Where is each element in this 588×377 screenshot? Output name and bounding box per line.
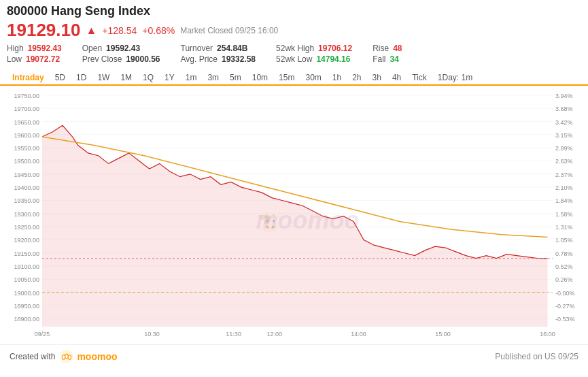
svg-text:-0.27%: -0.27% bbox=[555, 303, 575, 310]
tab-1h[interactable]: 1h bbox=[327, 71, 347, 84]
week52-low-label: 52wk Low bbox=[276, 54, 312, 64]
stats-col-2: Open 19592.43 Prev Close 19000.56 bbox=[82, 44, 160, 64]
svg-text:18900.00: 18900.00 bbox=[14, 316, 39, 323]
market-status: Market Closed 09/25 16:00 bbox=[180, 26, 278, 35]
change-pct: +0.68% bbox=[142, 25, 175, 36]
svg-text:19650.00: 19650.00 bbox=[14, 119, 39, 126]
svg-text:11:30: 11:30 bbox=[226, 331, 241, 338]
tab-intraday[interactable]: Intraday bbox=[7, 71, 50, 84]
svg-text:18950.00: 18950.00 bbox=[14, 303, 39, 310]
svg-text:16:00: 16:00 bbox=[540, 331, 555, 338]
tab-5m[interactable]: 5m bbox=[224, 71, 247, 84]
svg-text:12:00: 12:00 bbox=[266, 331, 282, 338]
prev-close-stat: Prev Close 19000.56 bbox=[82, 54, 160, 64]
svg-text:1.05%: 1.05% bbox=[555, 237, 573, 244]
svg-text:3.42%: 3.42% bbox=[555, 119, 573, 126]
svg-text:10:30: 10:30 bbox=[144, 331, 160, 338]
moomoo-brand-name: moomoo bbox=[77, 351, 117, 362]
fall-value: 34 bbox=[390, 54, 398, 64]
svg-text:19550.00: 19550.00 bbox=[14, 145, 39, 152]
svg-text:19600.00: 19600.00 bbox=[14, 132, 39, 139]
moomoo-logo: moomoo bbox=[59, 349, 117, 364]
svg-text:19750.00: 19750.00 bbox=[14, 93, 39, 99]
svg-text:19150.00: 19150.00 bbox=[14, 250, 39, 257]
avg-price-label: Avg. Price bbox=[181, 54, 218, 64]
open-label: Open bbox=[82, 44, 102, 53]
footer: Created with moomoo Published on US 09/2… bbox=[0, 344, 588, 368]
svg-point-69 bbox=[63, 355, 65, 359]
week52-low-stat: 52wk Low 14794.16 bbox=[276, 54, 352, 64]
current-price: 19129.10 bbox=[7, 20, 80, 41]
header: 800000 Hang Seng Index 19129.10 ▲ +128.5… bbox=[0, 0, 588, 65]
svg-text:19400.00: 19400.00 bbox=[14, 184, 39, 191]
turnover-label: Turnover bbox=[181, 44, 213, 53]
tab-5d[interactable]: 5D bbox=[50, 71, 71, 84]
svg-text:-0.00%: -0.00% bbox=[555, 290, 575, 297]
stats-col-4: 52wk High 19706.12 52wk Low 14794.16 bbox=[276, 44, 352, 64]
chart-area[interactable]: 19750.003.94%19700.003.68%19650.003.42%1… bbox=[0, 86, 588, 344]
page-title: 800000 Hang Seng Index bbox=[7, 4, 581, 18]
created-with-label: Created with bbox=[10, 352, 55, 361]
tab-1m[interactable]: 1m bbox=[180, 71, 203, 84]
stats-col-1: High 19592.43 Low 19072.72 bbox=[7, 44, 62, 64]
rise-stat: Rise 48 bbox=[373, 44, 402, 53]
svg-text:2.37%: 2.37% bbox=[555, 171, 573, 178]
svg-text:19250.00: 19250.00 bbox=[14, 224, 39, 231]
fall-label: Fall bbox=[373, 54, 385, 64]
week52-high-stat: 52wk High 19706.12 bbox=[276, 44, 352, 53]
svg-text:19000.00: 19000.00 bbox=[14, 290, 39, 297]
stats-col-3: Turnover 254.84B Avg. Price 19332.58 bbox=[181, 44, 256, 64]
tab-3h[interactable]: 3h bbox=[367, 71, 387, 84]
svg-text:19350.00: 19350.00 bbox=[14, 197, 39, 204]
tab-30m[interactable]: 30m bbox=[300, 71, 326, 84]
svg-text:1.31%: 1.31% bbox=[555, 224, 573, 231]
fall-stat: Fall 34 bbox=[373, 54, 402, 64]
week52-high-label: 52wk High bbox=[276, 44, 314, 53]
prev-close-label: Prev Close bbox=[82, 54, 122, 64]
stats-col-5: Rise 48 Fall 34 bbox=[373, 44, 402, 64]
svg-text:19450.00: 19450.00 bbox=[14, 171, 39, 178]
svg-text:2.63%: 2.63% bbox=[555, 158, 573, 165]
svg-point-71 bbox=[69, 355, 71, 359]
tab-1day--1m[interactable]: 1Day: 1m bbox=[432, 71, 478, 84]
svg-text:-0.53%: -0.53% bbox=[555, 316, 575, 323]
high-stat: High 19592.43 bbox=[7, 44, 62, 53]
tab-3m[interactable]: 3m bbox=[202, 71, 224, 84]
price-row: 19129.10 ▲ +128.54 +0.68% Market Closed … bbox=[7, 20, 581, 41]
avg-price-value: 19332.58 bbox=[222, 54, 256, 64]
footer-left: Created with moomoo bbox=[10, 349, 117, 364]
svg-text:19200.00: 19200.00 bbox=[14, 237, 39, 244]
low-value: 19072.72 bbox=[26, 54, 60, 64]
low-stat: Low 19072.72 bbox=[7, 54, 62, 64]
svg-text:3.68%: 3.68% bbox=[555, 105, 573, 112]
tab-1q[interactable]: 1Q bbox=[137, 71, 159, 84]
svg-text:19100.00: 19100.00 bbox=[14, 263, 39, 270]
tab-2h[interactable]: 2h bbox=[347, 71, 366, 84]
svg-text:3.15%: 3.15% bbox=[555, 132, 573, 139]
turnover-value: 254.84B bbox=[217, 44, 247, 53]
svg-text:1.58%: 1.58% bbox=[555, 211, 573, 218]
stats-section: High 19592.43 Low 19072.72 Open 19592.43… bbox=[7, 44, 581, 64]
tab-1d[interactable]: 1D bbox=[71, 71, 92, 84]
tab-tick[interactable]: Tick bbox=[407, 71, 432, 84]
change-abs: +128.54 bbox=[102, 25, 137, 36]
svg-text:09/25: 09/25 bbox=[35, 331, 50, 338]
tab-15m[interactable]: 15m bbox=[273, 71, 300, 84]
svg-text:19300.00: 19300.00 bbox=[14, 211, 39, 218]
svg-text:19500.00: 19500.00 bbox=[14, 158, 39, 165]
high-label: High bbox=[7, 44, 24, 53]
open-stat: Open 19592.43 bbox=[82, 44, 160, 53]
svg-text:2.10%: 2.10% bbox=[555, 184, 573, 191]
tab-1m[interactable]: 1M bbox=[115, 71, 137, 84]
svg-text:19050.00: 19050.00 bbox=[14, 276, 39, 283]
svg-text:0.78%: 0.78% bbox=[555, 250, 573, 257]
tab-4h[interactable]: 4h bbox=[387, 71, 407, 84]
svg-text:3.94%: 3.94% bbox=[555, 93, 573, 99]
tab-10m[interactable]: 10m bbox=[247, 71, 273, 84]
svg-text:1.84%: 1.84% bbox=[555, 197, 573, 204]
svg-text:14:00: 14:00 bbox=[351, 331, 366, 338]
footer-right: Published on US 09/25 bbox=[495, 352, 578, 361]
tab-1w[interactable]: 1W bbox=[92, 71, 115, 84]
tab-1y[interactable]: 1Y bbox=[159, 71, 180, 84]
svg-point-70 bbox=[66, 355, 68, 359]
